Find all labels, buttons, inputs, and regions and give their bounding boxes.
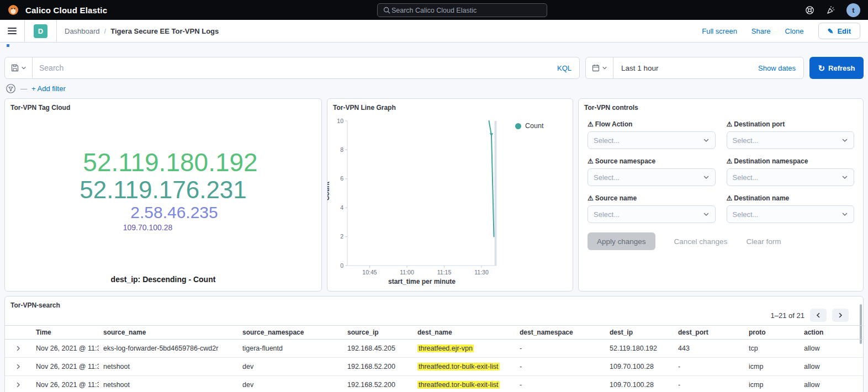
column-header: Time (31, 329, 99, 336)
svg-text:11:15: 11:15 (437, 269, 452, 276)
chevron-down-icon (703, 174, 710, 181)
chevron-down-icon (703, 211, 710, 218)
field-label: ⚠Source namespace (588, 157, 716, 165)
field-label: ⚠Source name (588, 194, 716, 202)
table-cell: Nov 26, 2021 @ 11:34:54.000 (31, 381, 99, 389)
destination-name-select[interactable]: Select... (727, 205, 855, 223)
column-header: dest_name (413, 329, 515, 336)
edit-button[interactable]: ✎ Edit (818, 23, 860, 39)
source-name-select[interactable]: Select... (588, 205, 716, 223)
add-filter-button[interactable]: + Add filter (31, 84, 66, 93)
help-icon[interactable] (805, 5, 814, 15)
refresh-button[interactable]: ↻ Refresh (809, 57, 864, 79)
dashboard-panels: Tor-VPN Tag Cloud 52.119.180.19252.119.1… (4, 98, 864, 292)
full-screen-button[interactable]: Full screen (702, 27, 737, 35)
show-dates-button[interactable]: Show dates (758, 64, 803, 72)
table-cell: threatfeed.tor-bulk-exit-list (413, 381, 515, 389)
table-cell: - (515, 363, 605, 370)
destination-port-select[interactable]: Select... (727, 131, 855, 149)
global-search-input[interactable] (391, 7, 542, 14)
highlighted-value: threatfeed.tor-bulk-exit-list (417, 381, 500, 389)
table-cell: threatfeed.ejr-vpn (413, 345, 515, 352)
expand-row-icon[interactable] (5, 363, 31, 370)
clone-button[interactable]: Clone (785, 27, 804, 35)
apply-changes-button[interactable]: Apply changes (588, 232, 655, 250)
table-header-row: Timesource_namesource_namespacesource_ip… (5, 325, 863, 340)
field-label: ⚠Destination name (727, 194, 855, 202)
time-range-value[interactable]: Last 1 hour (613, 64, 666, 72)
field-label: ⚠Destination namespace (727, 157, 855, 165)
kql-search-box[interactable]: KQL (4, 57, 580, 79)
tag-cloud-term[interactable]: 2.58.46.235 (130, 203, 218, 221)
table-cell: allow (800, 363, 863, 370)
table-cell: 109.70.100.28 (605, 363, 674, 370)
expand-row-icon[interactable] (5, 345, 31, 352)
previous-page-button[interactable] (810, 309, 827, 322)
table-row: Nov 26, 2021 @ 11:35:04.000netshootdev19… (5, 358, 863, 376)
user-avatar[interactable]: t (846, 3, 860, 17)
column-header: proto (744, 329, 800, 336)
share-button[interactable]: Share (751, 27, 771, 35)
panel-title: Tor-VPN controls (579, 99, 863, 114)
tag-cloud-term[interactable]: 52.119.176.231 (80, 177, 247, 203)
tag-cloud-term[interactable]: 52.119.180.192 (83, 149, 257, 177)
table-cell: 192.168.52.200 (343, 381, 413, 389)
panel-title: Tor-VPN Line Graph (327, 99, 573, 114)
tag-cloud-panel: Tor-VPN Tag Cloud 52.119.180.19252.119.1… (4, 98, 322, 292)
saved-query-menu[interactable] (5, 57, 33, 78)
source-name-field: ⚠Source name Select... (588, 194, 716, 223)
date-picker[interactable]: Last 1 hour Show dates (585, 57, 804, 79)
column-header: dest_ip (605, 329, 674, 336)
chart-legend[interactable]: Count (515, 122, 543, 130)
cancel-changes-button[interactable]: Cancel changes (674, 237, 728, 246)
chevron-down-icon (841, 211, 848, 218)
quick-select-menu[interactable] (586, 57, 613, 78)
controls-panel: Tor-VPN controls ⚠Flow Action Select... … (578, 98, 864, 292)
pagination-label: 1–21 of 21 (771, 311, 805, 320)
flow-action-select[interactable]: Select... (588, 131, 716, 149)
svg-text:4: 4 (340, 204, 343, 211)
table-cell: - (515, 345, 605, 352)
warning-icon: ⚠ (727, 157, 733, 165)
breadcrumb-dashboard[interactable]: Dashboard (65, 27, 100, 35)
page-title: Tigera Secure EE Tor-VPN Logs (110, 27, 219, 35)
expand-row-icon[interactable] (5, 382, 31, 388)
svg-text:11:00: 11:00 (400, 269, 414, 276)
svg-text:10:45: 10:45 (362, 269, 377, 276)
column-header: source_name (99, 329, 238, 336)
save-icon (11, 64, 19, 72)
warning-icon: ⚠ (588, 157, 594, 165)
table-cell: 109.70.100.28 (605, 381, 674, 389)
destination-namespace-select[interactable]: Select... (727, 168, 855, 186)
top-app-bar: Calico Cloud Elastic t (0, 0, 868, 20)
legend-label: Count (525, 122, 543, 130)
svg-text:8: 8 (340, 146, 343, 153)
calico-logo-icon (8, 4, 19, 15)
menu-icon[interactable] (0, 20, 24, 42)
table-row: Nov 26, 2021 @ 11:34:54.000netshootdev19… (5, 376, 863, 392)
svg-text:11:30: 11:30 (474, 269, 489, 276)
query-bar: KQL Last 1 hour Show dates ↻ Refresh (4, 57, 864, 79)
dashboard-badge[interactable]: D (34, 24, 47, 38)
search-input[interactable] (33, 63, 549, 72)
clear-form-button[interactable]: Clear form (746, 237, 781, 246)
kql-selector[interactable]: KQL (549, 64, 579, 72)
table-cell: Nov 26, 2021 @ 11:35:04.000 (31, 363, 99, 370)
source-namespace-select[interactable]: Select... (588, 168, 716, 186)
line-chart[interactable]: 024681010:4511:0011:1511:30 (332, 118, 509, 283)
filter-icon[interactable] (6, 83, 16, 94)
table-cell: icmp (744, 381, 800, 389)
table-cell: - (515, 381, 605, 389)
global-search[interactable] (377, 3, 547, 17)
field-label: ⚠Destination port (727, 120, 855, 128)
destination-namespace-field: ⚠Destination namespace Select... (727, 157, 855, 186)
svg-text:10: 10 (337, 118, 343, 124)
filter-dash: — (20, 85, 27, 93)
column-header: dest_namespace (515, 329, 605, 336)
table-cell: dev (238, 381, 343, 389)
warning-icon: ⚠ (727, 194, 733, 202)
newsfeed-icon[interactable] (825, 5, 835, 15)
next-page-button[interactable] (832, 309, 849, 322)
tag-cloud-term[interactable]: 109.70.100.28 (123, 224, 173, 232)
table-cell: eks-log-forwarder-5bd4659786-cwd2r (99, 345, 238, 352)
